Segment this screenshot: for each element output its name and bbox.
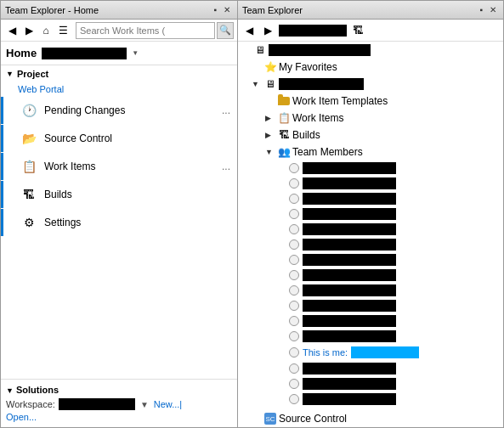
member-circle-3 xyxy=(289,194,299,204)
member-row-6 xyxy=(238,237,503,252)
left-title-text: Team Explorer - Home xyxy=(5,5,99,15)
member-circle-2 xyxy=(289,178,299,189)
workspace-dropdown[interactable]: ▼ xyxy=(140,400,149,409)
favorites-icon: ⭐ xyxy=(263,60,277,74)
member-name-4 xyxy=(303,208,396,220)
left-pin-btn[interactable]: ▪ xyxy=(211,5,219,14)
member-row-1 xyxy=(238,160,503,176)
member-circle-6 xyxy=(289,239,299,250)
member-row-13 xyxy=(238,361,503,376)
tree-item-my-favorites[interactable]: ⭐ My Favorites xyxy=(238,59,503,76)
left-team-explorer-panel: Team Explorer - Home ▪ ✕ ◀ ▶ ⌂ ☰ 🔍 Home … xyxy=(0,0,238,428)
member-name-9 xyxy=(303,284,396,296)
templates-icon xyxy=(277,94,291,108)
project-label: Project xyxy=(17,69,48,79)
member-row-8 xyxy=(238,268,503,283)
open-link[interactable]: Open... xyxy=(6,412,232,422)
member-circle-5 xyxy=(289,224,299,234)
back-btn[interactable]: ◀ xyxy=(4,23,20,38)
member-circle-1 xyxy=(289,163,299,173)
new-link[interactable]: New...| xyxy=(154,399,182,409)
team-members-icon: 👥 xyxy=(277,145,291,159)
home-btn[interactable]: ⌂ xyxy=(38,23,54,38)
left-close-btn[interactable]: ✕ xyxy=(221,5,233,14)
left-title-controls: ▪ ✕ xyxy=(211,5,233,14)
builds-label: Builds xyxy=(44,189,230,200)
workspace-label: Workspace: xyxy=(6,399,55,409)
menu-item-source-control[interactable]: 📂 Source Control xyxy=(1,125,237,152)
right-forward-btn[interactable]: ▶ xyxy=(260,23,275,38)
tree-item-builds[interactable]: ▶ 🏗 Builds xyxy=(238,127,503,144)
member-circle-14 xyxy=(289,379,299,389)
member-circle-12 xyxy=(289,331,299,341)
member-row-3 xyxy=(238,191,503,206)
member-row-15 xyxy=(238,391,503,407)
right-settings-btn[interactable]: 🏗 xyxy=(350,23,365,38)
member-name-3 xyxy=(303,193,396,205)
member-name-7 xyxy=(303,254,396,266)
search-btn[interactable]: 🔍 xyxy=(217,22,234,39)
member-circle-7 xyxy=(289,255,299,265)
sub-label-block xyxy=(279,78,364,90)
builds-tree-label: Builds xyxy=(292,129,320,141)
member-row-7 xyxy=(238,252,503,268)
sub-icon: 🖥 xyxy=(263,77,277,91)
work-item-templates-label: Work Item Templates xyxy=(292,95,388,107)
solutions-section: ▼ Solutions Workspace: ▼ New...| Open... xyxy=(1,379,237,427)
project-arrow: ▼ xyxy=(6,70,14,78)
menu-item-builds[interactable]: 🏗 Builds xyxy=(1,181,237,208)
source-control-tree-icon: SC xyxy=(263,412,277,425)
tree-item-top[interactable]: 🖥 xyxy=(238,42,503,59)
member-name-10 xyxy=(303,300,396,312)
right-title-bar: Team Explorer ▪ ✕ xyxy=(238,1,503,20)
source-control-icon: 📂 xyxy=(20,130,37,147)
right-close-btn[interactable]: ✕ xyxy=(487,5,499,14)
work-items-label: Work Items xyxy=(44,160,215,172)
my-favorites-label: My Favorites xyxy=(279,61,337,73)
tree-icon-top: 🖥 xyxy=(253,43,267,57)
tree-arrow-work-items: ▶ xyxy=(265,114,275,122)
member-row-14 xyxy=(238,376,503,391)
tree-item-work-item-templates[interactable]: Work Item Templates xyxy=(238,93,503,110)
tree-item-work-items[interactable]: ▶ 📋 Work Items xyxy=(238,110,503,127)
member-name-5 xyxy=(303,223,396,235)
home-account-block xyxy=(42,48,127,59)
menu-item-work-items[interactable]: 📋 Work Items ... xyxy=(1,153,237,180)
tree-item-sub[interactable]: ▼ 🖥 xyxy=(238,76,503,93)
top-label-block xyxy=(269,44,371,56)
builds-icon: 🏗 xyxy=(20,186,37,203)
menu-item-settings[interactable]: ⚙ Settings xyxy=(1,209,237,236)
member-row-12 xyxy=(238,329,503,344)
forward-btn[interactable]: ▶ xyxy=(21,23,37,38)
team-members-label: Team Members xyxy=(292,146,363,158)
workspace-value-block xyxy=(59,398,135,410)
web-portal-link[interactable]: Web Portal xyxy=(1,82,237,96)
tree-item-team-members[interactable]: ▼ 👥 Team Members xyxy=(238,144,503,160)
right-pin-btn[interactable]: ▪ xyxy=(477,5,485,14)
pending-changes-icon: 🕐 xyxy=(20,102,37,119)
pending-changes-ellipsis: ... xyxy=(222,104,230,116)
member-row-11 xyxy=(238,313,503,329)
member-name-13 xyxy=(303,363,396,374)
settings-menu-btn[interactable]: ☰ xyxy=(55,23,71,38)
member-name-14 xyxy=(303,378,396,390)
member-name-6 xyxy=(303,239,396,251)
member-circle-8 xyxy=(289,270,299,280)
member-name-11 xyxy=(303,315,396,327)
work-items-tree-icon: 📋 xyxy=(277,111,291,125)
menu-item-pending-changes[interactable]: 🕐 Pending Changes ... xyxy=(1,97,237,124)
member-row-4 xyxy=(238,206,503,222)
member-row-5 xyxy=(238,222,503,237)
home-dropdown-arrow[interactable]: ▼ xyxy=(132,49,139,57)
member-row-2 xyxy=(238,176,503,191)
project-section: ▼ Project Web Portal 🕐 Pending Changes .… xyxy=(1,65,237,237)
this-is-me-bar xyxy=(351,346,419,358)
member-circle-4 xyxy=(289,209,299,219)
right-back-btn[interactable]: ◀ xyxy=(241,23,257,38)
right-toolbar: ◀ ▶ 🏗 xyxy=(238,20,503,42)
source-control-tree-label: Source Control xyxy=(279,413,347,425)
solutions-header: ▼ Solutions xyxy=(6,385,232,395)
tree-item-source-control-bottom[interactable]: SC Source Control xyxy=(238,410,503,427)
member-row-9 xyxy=(238,283,503,298)
search-input[interactable] xyxy=(76,22,215,39)
